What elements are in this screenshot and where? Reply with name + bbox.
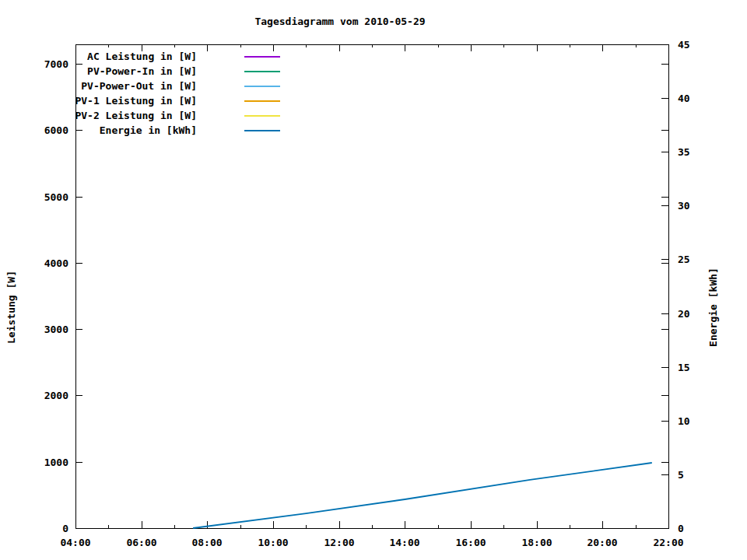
x-tick-label: 04:00 bbox=[60, 537, 90, 548]
x-tick-label: 06:00 bbox=[126, 537, 156, 548]
y-right-tick-label: 15 bbox=[678, 362, 690, 373]
x-tick-label: 16:00 bbox=[455, 537, 486, 548]
chart-title: Tagesdiagramm vom 2010-05-29 bbox=[254, 16, 425, 27]
legend-label: PV-Power-Out in [W] bbox=[0, 79, 197, 93]
legend-row: PV-1 Leistung in [W] bbox=[0, 93, 280, 108]
legend-label: Energie in [kWh] bbox=[0, 123, 197, 138]
legend-label: PV-Power-In in [W] bbox=[0, 64, 197, 79]
x-tick-label: 08:00 bbox=[191, 537, 222, 548]
y-axis-label-right: Energie [kWh] bbox=[707, 268, 719, 347]
y-left-tick-label: 0 bbox=[62, 523, 68, 534]
legend-row: PV-2 Leistung in [W] bbox=[0, 108, 280, 123]
y-left-tick-label: 5000 bbox=[44, 191, 68, 203]
x-tick-label: 12:00 bbox=[324, 537, 354, 548]
legend-sample-line bbox=[244, 130, 280, 131]
x-tick-label: 14:00 bbox=[389, 537, 419, 548]
y-right-tick-label: 20 bbox=[678, 308, 690, 320]
legend-row: AC Leistung in [W] bbox=[0, 49, 280, 64]
legend-row: PV-Power-Out in [W] bbox=[0, 79, 280, 93]
x-tick-label: 20:00 bbox=[587, 537, 617, 548]
y-right-tick-label: 30 bbox=[678, 200, 690, 212]
y-left-tick-label: 3000 bbox=[44, 324, 68, 335]
y-right-tick-label: 5 bbox=[678, 469, 684, 481]
x-tick-label: 18:00 bbox=[521, 537, 552, 548]
y-right-tick-label: 45 bbox=[678, 39, 690, 51]
y-left-tick-label: 2000 bbox=[44, 390, 68, 401]
legend-row: PV-Power-In in [W] bbox=[0, 64, 280, 79]
legend-sample-line bbox=[244, 100, 280, 102]
legend-label: PV-1 Leistung in [W] bbox=[0, 93, 197, 108]
y-right-tick-label: 40 bbox=[678, 93, 690, 104]
y-right-tick-label: 25 bbox=[678, 254, 690, 265]
y-right-tick-label: 35 bbox=[678, 146, 690, 158]
y-right-tick-label: 0 bbox=[678, 523, 684, 534]
y-right-tick-label: 10 bbox=[678, 415, 690, 427]
legend-row: Energie in [kWh] bbox=[0, 123, 280, 138]
y-left-tick-label: 4000 bbox=[44, 257, 68, 269]
y-axis-label-left: Leistung [W] bbox=[5, 271, 17, 344]
legend: AC Leistung in [W] PV-Power-In in [W] PV… bbox=[0, 49, 280, 138]
y-left-tick-label: 1000 bbox=[44, 457, 68, 468]
legend-label: PV-2 Leistung in [W] bbox=[0, 108, 197, 123]
series-line-energie bbox=[193, 463, 652, 528]
legend-sample-line bbox=[244, 56, 280, 58]
legend-label: AC Leistung in [W] bbox=[0, 49, 197, 64]
x-tick-label: 22:00 bbox=[653, 537, 683, 548]
chart-canvas: 04:0006:0008:0010:0012:0014:0016:0018:00… bbox=[0, 0, 747, 560]
legend-sample-line bbox=[244, 86, 280, 87]
legend-sample-line bbox=[244, 71, 280, 72]
legend-sample-line bbox=[244, 115, 280, 117]
x-tick-label: 10:00 bbox=[258, 537, 288, 548]
